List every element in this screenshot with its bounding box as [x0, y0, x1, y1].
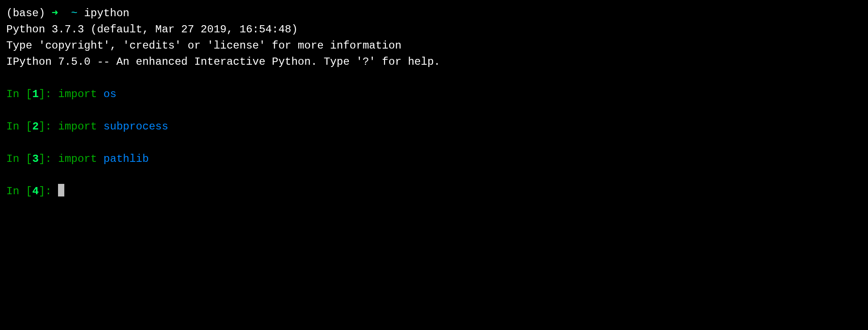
- import-keyword: import: [58, 88, 97, 100]
- conda-env: (base): [6, 7, 45, 19]
- blank-line: [6, 103, 862, 119]
- ipython-cell-1: In [1]: import os: [6, 86, 862, 103]
- import-keyword: import: [58, 153, 97, 165]
- blank-line: [6, 167, 862, 183]
- blank-line: [6, 135, 862, 151]
- cell-number: 3: [32, 153, 39, 165]
- python-version-line: Python 3.7.3 (default, Mar 27 2019, 16:5…: [6, 22, 862, 38]
- module-name: os: [103, 88, 116, 100]
- in-prompt-label: In: [6, 120, 26, 133]
- blank-line: [6, 70, 862, 86]
- bracket-open: [: [26, 120, 32, 133]
- import-keyword: import: [58, 120, 97, 133]
- bracket-open: [: [26, 153, 32, 165]
- shell-prompt-line: (base) ➜ ~ ipython: [6, 5, 862, 22]
- cursor-icon: [58, 184, 64, 196]
- bracket-open: [: [26, 185, 32, 197]
- bracket-close: ]:: [39, 88, 58, 100]
- cell-number: 4: [32, 185, 39, 197]
- bracket-open: [: [26, 88, 32, 100]
- module-name: pathlib: [103, 153, 149, 165]
- copyright-line: Type 'copyright', 'credits' or 'license'…: [6, 38, 862, 54]
- module-name: subprocess: [103, 120, 168, 133]
- ipython-cell-3: In [3]: import pathlib: [6, 151, 862, 167]
- ipython-cell-4-active[interactable]: In [4]:: [6, 183, 862, 200]
- bracket-close: ]:: [39, 120, 58, 133]
- prompt-arrow-icon: ➜: [52, 7, 58, 19]
- in-prompt-label: In: [6, 185, 26, 197]
- terminal-output[interactable]: (base) ➜ ~ ipython Python 3.7.3 (default…: [6, 5, 862, 200]
- in-prompt-label: In: [6, 88, 26, 100]
- bracket-close: ]:: [39, 185, 58, 197]
- ipython-cell-2: In [2]: import subprocess: [6, 119, 862, 135]
- typed-command: ipython: [84, 7, 130, 19]
- cell-number: 1: [32, 88, 39, 100]
- cell-number: 2: [32, 120, 39, 133]
- in-prompt-label: In: [6, 153, 26, 165]
- ipython-version-line: IPython 7.5.0 -- An enhanced Interactive…: [6, 54, 862, 70]
- bracket-close: ]:: [39, 153, 58, 165]
- cwd-tilde: ~: [71, 7, 77, 19]
